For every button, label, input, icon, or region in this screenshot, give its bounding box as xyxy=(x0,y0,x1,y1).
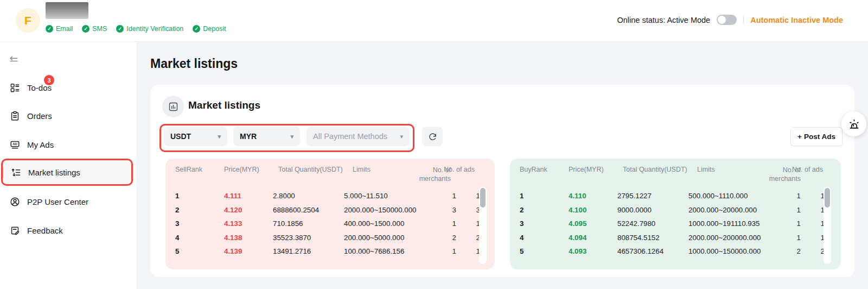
post-ads-label: Post Ads xyxy=(804,133,835,141)
sidebar-item-label: Feedback xyxy=(27,226,63,235)
cell-rank: 4 xyxy=(175,234,224,242)
table-row[interactable]: 5 4.093 4657306.1264 1000.000~150000.000… xyxy=(510,244,841,259)
cell-quantity: 6888600.2504 xyxy=(273,206,344,214)
online-status-cluster: Online status: Active Mode Automatic Ina… xyxy=(617,15,843,25)
automatic-inactive-mode-link[interactable]: Automatic Inactive Mode xyxy=(750,16,843,24)
sidebar-item-feedback[interactable]: Feedback xyxy=(0,218,137,243)
cell-ads: 2 xyxy=(801,247,825,255)
table-row[interactable]: 3 4.095 52242.7980 1000.000~191110.935 1… xyxy=(510,217,841,231)
page-title: Market listings xyxy=(150,56,238,71)
table-row[interactable]: 2 4.120 6888600.2504 2000.000~150000.000… xyxy=(165,203,495,217)
fiat-dropdown[interactable]: MYR ▾ xyxy=(233,127,300,146)
cell-rank: 2 xyxy=(520,206,569,214)
cell-merchants: 1 xyxy=(770,219,801,228)
table-row[interactable]: 1 4.110 2795.1227 500.000~1110.000 1 1 xyxy=(510,189,841,203)
cell-quantity: 2.8000 xyxy=(273,192,344,200)
payment-methods-value: All Payment Methods xyxy=(313,132,387,141)
cell-price: 4.139 xyxy=(224,247,273,255)
badge-identity-label: Identity Verification xyxy=(126,25,183,33)
sidebar-item-label: P2P User Center xyxy=(27,197,88,206)
cell-rank: 5 xyxy=(520,247,569,255)
post-ads-button[interactable]: + Post Ads xyxy=(790,127,843,146)
sidebar-item-p2p-user-center[interactable]: P2P User Center xyxy=(0,189,137,214)
cell-limits: 5.000~11.510 xyxy=(344,192,425,200)
cell-quantity: 9000.0000 xyxy=(617,206,688,214)
todos-icon xyxy=(10,83,20,93)
chevron-down-icon: ▾ xyxy=(218,133,221,140)
svg-text:AD: AD xyxy=(12,142,17,146)
cell-price: 4.120 xyxy=(224,206,273,214)
column-header-quantity: Total Quantity(USDT) xyxy=(273,166,344,173)
cell-ads: 1 xyxy=(801,219,825,228)
cell-price: 4.110 xyxy=(569,192,617,200)
table-row[interactable]: 1 4.111 2.8000 5.000~11.510 1 1 xyxy=(165,189,495,203)
cell-limits: 400.000~1500.000 xyxy=(344,219,425,228)
buy-orders-table: BuyRank Price(MYR) Total Quantity(USDT) … xyxy=(510,159,841,269)
siren-alert-button[interactable] xyxy=(841,111,866,136)
verification-badges: ✓ Email ✓ SMS ✓ Identity Verification ✓ … xyxy=(46,25,226,33)
cell-merchants: 1 xyxy=(770,192,801,200)
cell-ads: 1 xyxy=(801,192,825,200)
column-header-rank: SellRank xyxy=(175,166,224,173)
cell-quantity: 52242.7980 xyxy=(617,219,688,228)
column-header-price: Price(MYR) xyxy=(224,166,273,173)
cell-limits: 200.000~5000.000 xyxy=(344,234,425,242)
asset-dropdown[interactable]: USDT ▾ xyxy=(164,127,227,146)
cell-price: 4.138 xyxy=(224,234,273,242)
online-status-label: Online status: Active Mode xyxy=(617,16,711,24)
cell-ads: 1 xyxy=(456,219,480,228)
cell-rank: 2 xyxy=(175,206,224,214)
sidebar-item-my-ads[interactable]: AD My Ads xyxy=(0,132,137,157)
refresh-button[interactable] xyxy=(422,127,443,146)
check-icon: ✓ xyxy=(193,25,200,33)
cell-merchants: 1 xyxy=(425,192,456,200)
payment-methods-dropdown[interactable]: All Payment Methods ▾ xyxy=(307,127,410,146)
cell-merchants: 1 xyxy=(425,247,456,255)
buy-table-scrollbar[interactable] xyxy=(824,187,831,264)
check-icon: ✓ xyxy=(46,25,53,33)
toggle-knob xyxy=(718,16,726,24)
column-header-quantity: Total Quantity(USDT) xyxy=(617,166,688,173)
cell-ads: 1 xyxy=(456,192,480,200)
scrollbar-thumb[interactable] xyxy=(480,188,486,208)
plus-icon: + xyxy=(797,133,802,141)
sidebar-collapse-icon[interactable] xyxy=(9,55,19,65)
scrollbar-thumb[interactable] xyxy=(825,188,830,208)
sidebar: 3 To-dos Orders AD My Ads xyxy=(0,42,137,289)
cell-price: 4.111 xyxy=(224,192,273,200)
table-row[interactable]: 5 4.139 13491.2716 100.000~7686.156 1 1 xyxy=(165,244,495,259)
fiat-dropdown-value: MYR xyxy=(240,132,257,141)
column-header-ads: No. of ads xyxy=(792,166,823,173)
divider xyxy=(743,16,744,24)
cell-price: 4.095 xyxy=(569,219,617,228)
cell-merchants: 1 xyxy=(770,234,801,242)
sidebar-item-todos[interactable]: To-dos xyxy=(0,75,137,100)
table-row[interactable]: 2 4.100 9000.0000 2000.000~20000.000 1 1 xyxy=(510,203,841,217)
table-row[interactable]: 4 4.138 35523.3870 200.000~5000.000 2 2 xyxy=(165,231,495,245)
table-row[interactable]: 4 4.094 808754.5152 2000.000~200000.000 … xyxy=(510,231,841,245)
asset-dropdown-value: USDT xyxy=(170,132,191,141)
cell-limits: 1000.000~150000.000 xyxy=(688,247,770,255)
cell-limits: 2000.000~150000.000 xyxy=(344,206,425,214)
check-icon: ✓ xyxy=(116,25,124,33)
cell-ads: 1 xyxy=(456,247,480,255)
sell-table-scrollbar[interactable] xyxy=(479,187,487,264)
cell-price: 4.133 xyxy=(224,219,273,228)
feedback-icon xyxy=(10,225,20,236)
sidebar-item-orders[interactable]: Orders xyxy=(0,103,137,128)
table-row[interactable]: 3 4.133 710.1856 400.000~1500.000 1 1 xyxy=(165,217,495,231)
siren-icon xyxy=(848,118,860,130)
bar-chart-icon xyxy=(162,96,184,117)
cell-ads: 3 xyxy=(456,206,480,214)
sidebar-item-market-listings[interactable]: Market listings xyxy=(1,160,134,185)
cell-rank: 5 xyxy=(175,247,224,255)
cell-merchants: 1 xyxy=(425,219,456,228)
avatar[interactable]: F xyxy=(16,8,40,33)
online-status-toggle[interactable] xyxy=(717,15,737,25)
badge-sms: ✓ SMS xyxy=(82,25,107,33)
cell-ads: 1 xyxy=(801,206,825,214)
cell-rank: 1 xyxy=(520,192,569,200)
sidebar-item-label: Orders xyxy=(27,111,52,121)
column-header-limits: Limits xyxy=(688,166,770,173)
cell-quantity: 2795.1227 xyxy=(617,192,688,200)
